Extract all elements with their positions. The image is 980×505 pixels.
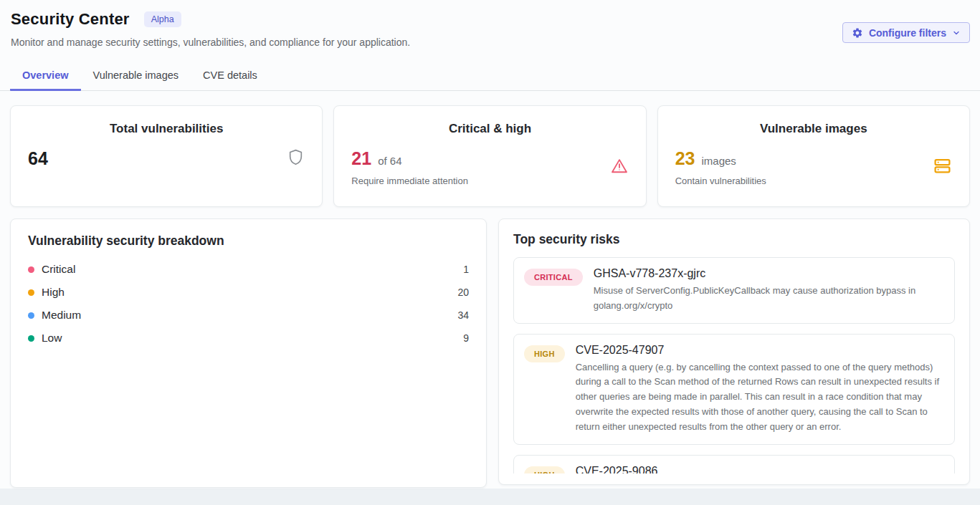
- warning-icon: [610, 157, 629, 178]
- low-dot-icon: [28, 335, 34, 342]
- risk-list: CRITICAL GHSA-v778-237x-gjrc Misuse of S…: [513, 257, 955, 473]
- breakdown-title: Vulnerability security breakdown: [28, 234, 469, 249]
- risk-id: CVE-2025-47907: [576, 344, 944, 357]
- risk-description: Cancelling a query (e.g. by cancelling t…: [576, 360, 944, 435]
- medium-dot-icon: [28, 312, 34, 319]
- risk-id: GHSA-v778-237x-gjrc: [594, 267, 944, 280]
- vulnerability-breakdown-card: Vulnerability security breakdown Critica…: [10, 218, 487, 488]
- legend-value: 1: [463, 264, 469, 275]
- stat-card-critical-high: Critical & high 21 of 64 Require immedia…: [333, 105, 646, 207]
- risk-item-cve-2025-9086[interactable]: HIGH CVE-2025-9086: [513, 455, 955, 473]
- legend-label: Critical: [42, 263, 75, 276]
- legend-row-medium[interactable]: Medium 34: [28, 304, 469, 327]
- legend-row-low[interactable]: Low 9: [28, 327, 469, 350]
- tab-vulnerable-images[interactable]: Vulnerable images: [81, 63, 191, 91]
- stat-content: 23 images Contain vulnerabilities: [675, 148, 766, 186]
- high-dot-icon: [28, 289, 34, 296]
- legend-label: High: [42, 286, 65, 299]
- top-security-risks-card: Top security risks CRITICAL GHSA-v778-23…: [498, 218, 970, 485]
- risk-content: GHSA-v778-237x-gjrc Misuse of ServerConf…: [594, 267, 944, 314]
- severity-badge: HIGH: [524, 345, 565, 362]
- page-header: Security Center Alpha: [10, 10, 970, 29]
- shield-icon: [287, 148, 305, 169]
- lower-row: Vulnerability security breakdown Critica…: [10, 218, 970, 488]
- total-vulnerabilities-value: 64: [28, 148, 48, 169]
- severity-badge: CRITICAL: [524, 269, 583, 286]
- stats-row: Total vulnerabilities 64 Critical & high…: [10, 105, 970, 207]
- legend-label: Medium: [42, 309, 81, 322]
- server-icon: [933, 156, 952, 178]
- severity-badge: HIGH: [524, 466, 565, 473]
- stat-content: 21 of 64 Require immediate attention: [351, 148, 468, 186]
- security-center-page: Security Center Alpha Monitor and manage…: [0, 0, 980, 489]
- vulnerable-images-note: Contain vulnerabilities: [675, 175, 766, 186]
- chevron-down-icon: [952, 29, 961, 37]
- legend-value: 34: [457, 309, 469, 321]
- risk-id: CVE-2025-9086: [576, 465, 658, 473]
- legend-value: 9: [463, 332, 469, 344]
- gear-icon: [852, 27, 863, 39]
- risks-title: Top security risks: [513, 232, 955, 247]
- critical-high-suffix: of 64: [378, 155, 401, 167]
- legend-value: 20: [457, 287, 469, 298]
- critical-high-value: 21: [351, 148, 371, 169]
- stat-title: Critical & high: [351, 122, 628, 136]
- critical-dot-icon: [28, 266, 34, 273]
- tab-bar: Overview Vulnerable images CVE details: [0, 63, 980, 91]
- tab-overview[interactable]: Overview: [10, 63, 81, 91]
- stat-title: Total vulnerabilities: [28, 122, 305, 136]
- stat-card-vulnerable-images: Vulnerable images 23 images Contain vuln…: [657, 105, 970, 207]
- breakdown-legend: Critical 1 High 20 Medium 34: [28, 258, 469, 350]
- vulnerable-images-value: 23: [675, 148, 695, 169]
- stat-title: Vulnerable images: [675, 122, 952, 136]
- legend-row-high[interactable]: High 20: [28, 281, 469, 304]
- risk-content: CVE-2025-9086: [576, 465, 658, 473]
- stat-card-total-vulnerabilities: Total vulnerabilities 64: [10, 105, 323, 207]
- configure-filters-label: Configure filters: [869, 27, 946, 39]
- risk-description: Misuse of ServerConfig.PublicKeyCallback…: [594, 284, 944, 314]
- configure-filters-button[interactable]: Configure filters: [842, 22, 970, 43]
- critical-high-note: Require immediate attention: [351, 175, 468, 186]
- risk-item-ghsa-v778-237x-gjrc[interactable]: CRITICAL GHSA-v778-237x-gjrc Misuse of S…: [513, 257, 955, 324]
- tab-cve-details[interactable]: CVE details: [191, 63, 270, 91]
- vulnerable-images-suffix: images: [701, 155, 736, 167]
- page-subtitle: Monitor and manage security settings, vu…: [10, 37, 970, 48]
- risk-item-cve-2025-47907[interactable]: HIGH CVE-2025-47907 Cancelling a query (…: [513, 334, 955, 445]
- page-title: Security Center: [11, 10, 130, 29]
- risk-content: CVE-2025-47907 Cancelling a query (e.g. …: [576, 344, 944, 435]
- legend-row-critical[interactable]: Critical 1: [28, 258, 469, 281]
- legend-label: Low: [42, 332, 62, 345]
- alpha-badge: Alpha: [144, 11, 181, 27]
